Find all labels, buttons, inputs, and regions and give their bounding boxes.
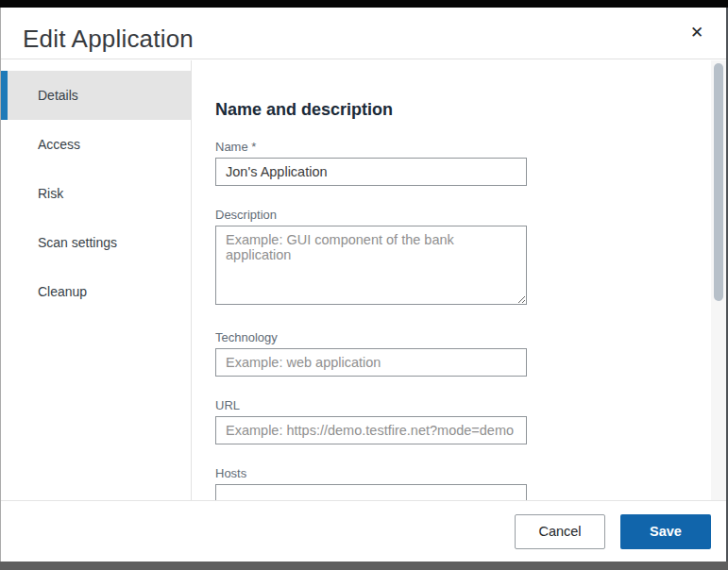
sidebar-item-label: Cleanup — [38, 284, 87, 299]
url-label: URL — [215, 398, 711, 412]
content-scrollbar-track[interactable] — [711, 60, 726, 500]
technology-label: Technology — [215, 330, 711, 344]
description-textarea[interactable] — [215, 226, 527, 305]
dialog-title: Edit Application — [23, 25, 194, 54]
close-button[interactable]: ✕ — [685, 21, 709, 45]
content-scrollbar-thumb[interactable] — [714, 63, 723, 301]
sidebar-item-access[interactable]: Access — [1, 120, 191, 169]
name-label: Name * — [215, 140, 711, 154]
description-label: Description — [215, 208, 711, 222]
technology-field: Technology — [215, 330, 711, 377]
active-tab-indicator — [1, 71, 8, 120]
url-field: URL — [215, 398, 711, 444]
hosts-field: Hosts — [215, 466, 711, 500]
section-heading: Name and description — [215, 100, 711, 120]
window-bottom-edge — [0, 562, 728, 570]
window-left-edge — [0, 8, 1, 562]
close-icon: ✕ — [690, 24, 703, 42]
sidebar-item-label: Risk — [38, 186, 63, 201]
technology-input[interactable] — [215, 348, 527, 377]
sidebar-item-cleanup[interactable]: Cleanup — [1, 267, 191, 316]
hosts-label: Hosts — [215, 466, 711, 480]
sidebar-item-risk[interactable]: Risk — [1, 169, 191, 218]
sidebar-item-details[interactable]: Details — [1, 71, 191, 120]
dialog-footer: Cancel Save — [1, 500, 726, 562]
name-input[interactable] — [215, 158, 527, 186]
edit-application-dialog: Edit Application ✕ Details Access Risk S… — [1, 8, 726, 562]
sidebar-item-label: Scan settings — [38, 235, 117, 250]
details-panel: Name and description Name * Description … — [192, 60, 711, 500]
description-field: Description — [215, 208, 711, 309]
dialog-header: Edit Application ✕ — [1, 8, 726, 59]
sidebar-item-scan-settings[interactable]: Scan settings — [1, 218, 191, 267]
sidebar-item-label: Access — [38, 137, 80, 152]
url-input[interactable] — [215, 416, 527, 444]
cancel-button[interactable]: Cancel — [515, 514, 605, 549]
hosts-input[interactable] — [215, 484, 527, 500]
sidebar: Details Access Risk Scan settings Cleanu… — [1, 60, 191, 500]
sidebar-item-label: Details — [38, 88, 78, 103]
name-field: Name * — [215, 140, 711, 186]
save-button[interactable]: Save — [620, 514, 711, 549]
window-top-edge — [0, 0, 728, 8]
